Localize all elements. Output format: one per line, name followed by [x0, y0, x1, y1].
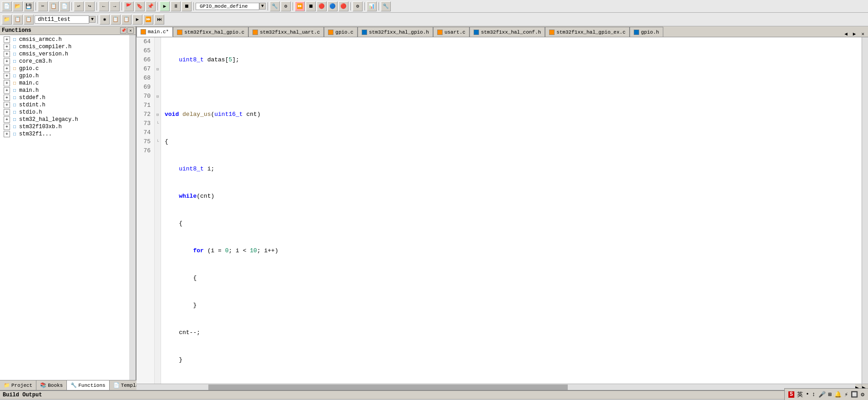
- tb2-copy[interactable]: 📋: [121, 15, 131, 25]
- tree-item[interactable]: + □ stm32f103xb.h: [0, 123, 129, 130]
- tree-item[interactable]: + □ core_cm3.h: [0, 58, 129, 65]
- redo-btn[interactable]: ↪: [85, 1, 95, 11]
- tb2-star[interactable]: ✱: [100, 15, 110, 25]
- expand-icon[interactable]: +: [4, 36, 10, 43]
- code-text-area[interactable]: uint8_t datas[5]; void delay_us(uint16_t…: [161, 37, 862, 384]
- forward-btn[interactable]: →: [110, 1, 120, 11]
- editor-tab-uart-c[interactable]: stm32f1xx_hal_uart.c: [248, 27, 324, 37]
- stop3-btn[interactable]: 🔴: [317, 1, 327, 11]
- tree-item[interactable]: + □ stdint.h: [0, 101, 129, 109]
- fold-marker-open[interactable]: ⊟: [155, 92, 161, 101]
- editor-tab-gpio-c2[interactable]: stm32f1xx_hal_gpio.c: [173, 27, 248, 37]
- tray-mic2[interactable]: 🎤: [818, 391, 826, 398]
- tree-item[interactable]: + □ main.c: [0, 80, 129, 87]
- expand-icon[interactable]: +: [4, 109, 10, 115]
- tree-item[interactable]: + □ stdio.h: [0, 109, 129, 116]
- editor-tab-gpio-h[interactable]: gpio.h: [630, 27, 663, 37]
- back-btn[interactable]: ←: [99, 1, 109, 11]
- tree-item[interactable]: + □ gpio.c: [0, 65, 129, 72]
- reset-btn[interactable]: 🔵: [328, 1, 338, 11]
- tray-square[interactable]: 🔲: [851, 391, 858, 398]
- tab-project[interactable]: 📁 Project: [0, 380, 36, 390]
- build-btn[interactable]: ▶: [160, 1, 170, 11]
- expand-icon[interactable]: +: [4, 80, 10, 86]
- tray-lang[interactable]: 英: [797, 390, 803, 399]
- tb2-fwd[interactable]: ⏩: [143, 15, 153, 25]
- editor-tab-conf-h[interactable]: stm32f1xx_hal_conf.h: [469, 27, 545, 37]
- gpio-dropdown[interactable]: GPIO_mode_define ▼: [196, 3, 266, 10]
- expand-icon[interactable]: +: [4, 124, 10, 130]
- tree-item[interactable]: + □ stddef.h: [0, 94, 129, 101]
- editor-tab-usart[interactable]: usart.c: [433, 27, 469, 37]
- paste-btn[interactable]: 📄: [60, 1, 70, 11]
- tray-mic[interactable]: ↕: [812, 391, 816, 398]
- panel-pin-btn[interactable]: 📌: [120, 27, 126, 34]
- tree-item[interactable]: + □ stm32f1...: [0, 130, 129, 138]
- tray-bell[interactable]: 🔔: [834, 391, 842, 398]
- tabs-scroll-right[interactable]: ▶: [851, 31, 858, 37]
- expand-icon[interactable]: +: [4, 116, 10, 123]
- editor-tab-gpio-ex[interactable]: stm32f1xx_hal_gpio_ex.c: [545, 27, 630, 37]
- editor-tab-main-c[interactable]: main.c*: [136, 27, 173, 37]
- expand-icon[interactable]: +: [4, 65, 10, 72]
- expand-icon[interactable]: +: [4, 44, 10, 50]
- tabs-scroll-left[interactable]: ◀: [843, 31, 849, 37]
- tb2-run[interactable]: ▶: [132, 15, 142, 25]
- panel-close-btn[interactable]: ✕: [127, 27, 134, 34]
- stop2-btn[interactable]: ⏹: [306, 1, 316, 11]
- tray-settings[interactable]: ⚙: [861, 391, 864, 398]
- expand-icon[interactable]: +: [4, 87, 10, 94]
- scroll-thumb[interactable]: [208, 385, 568, 390]
- run-debug-btn[interactable]: ⏩: [295, 1, 305, 11]
- tree-item[interactable]: + □ cmsis_armcc.h: [0, 36, 129, 43]
- tree-item[interactable]: + □ main.h: [0, 87, 129, 94]
- expand-icon[interactable]: +: [4, 73, 10, 79]
- tree-item[interactable]: + □ cmsis_version.h: [0, 50, 129, 58]
- t1[interactable]: 🔧: [270, 1, 280, 11]
- tray-power[interactable]: ⚡: [844, 391, 848, 398]
- tb2-new[interactable]: 📋: [111, 15, 121, 25]
- tab-functions[interactable]: 🔧 Functions: [67, 380, 109, 390]
- tree-item[interactable]: + □ cmsis_compiler.h: [0, 43, 129, 50]
- bookmark-btn[interactable]: 🚩: [124, 1, 134, 11]
- expand-icon[interactable]: +: [4, 131, 10, 137]
- tools-btn[interactable]: 🔧: [381, 1, 391, 11]
- tabs-close-btn[interactable]: ✕: [859, 31, 866, 37]
- expand-icon[interactable]: +: [4, 58, 10, 65]
- tb2-2[interactable]: 📋: [13, 15, 23, 25]
- tray-sougou[interactable]: S: [788, 391, 794, 398]
- copy-btn[interactable]: 📋: [49, 1, 59, 11]
- tree-item[interactable]: + □ stm32_hal_legacy.h: [0, 116, 129, 123]
- open-btn[interactable]: 📂: [13, 1, 23, 11]
- t2[interactable]: ⚙: [281, 1, 291, 11]
- fold-marker-open[interactable]: ⊟: [155, 65, 161, 74]
- scroll-track[interactable]: [136, 384, 855, 390]
- stop-btn[interactable]: ⏸: [171, 1, 181, 11]
- bottom-scrollbar[interactable]: ▶ ▶: [136, 384, 868, 390]
- tree-item[interactable]: + □ gpio.h: [0, 72, 129, 80]
- undo-btn[interactable]: ↩: [74, 1, 84, 11]
- expand-icon[interactable]: +: [4, 102, 10, 108]
- gpio-dropdown-arrow[interactable]: ▼: [259, 3, 266, 10]
- reset2-btn[interactable]: 🔴: [338, 1, 348, 11]
- chart-btn[interactable]: 📊: [367, 1, 377, 11]
- editor-tab-gpio-h2[interactable]: stm32f1xx_hal_gpio.h: [358, 27, 433, 37]
- tb2-3[interactable]: 📋: [24, 15, 34, 25]
- left-panel-scrollbar[interactable]: [129, 35, 136, 380]
- fold-marker-open[interactable]: ⊟: [155, 110, 161, 119]
- options-btn[interactable]: ⚙: [353, 1, 363, 11]
- clean-btn[interactable]: ⏹: [182, 1, 192, 11]
- new-btn[interactable]: 📄: [2, 1, 12, 11]
- tray-grid[interactable]: ⊞: [828, 391, 832, 398]
- right-scrollbar[interactable]: [862, 37, 868, 384]
- project-dropdown-arrow[interactable]: ▼: [89, 16, 96, 23]
- save-btn[interactable]: 💾: [24, 1, 34, 11]
- tb2-1[interactable]: 📁: [2, 15, 12, 25]
- editor-tab-gpio-c[interactable]: gpio.c: [324, 27, 358, 37]
- expand-icon[interactable]: +: [4, 51, 10, 57]
- tb2-end[interactable]: ⏭: [154, 15, 164, 25]
- tab-books[interactable]: 📚 Books: [36, 380, 67, 390]
- bookmark2-btn[interactable]: 🔖: [135, 1, 145, 11]
- cut-btn[interactable]: ✂: [38, 1, 48, 11]
- expand-icon[interactable]: +: [4, 95, 10, 101]
